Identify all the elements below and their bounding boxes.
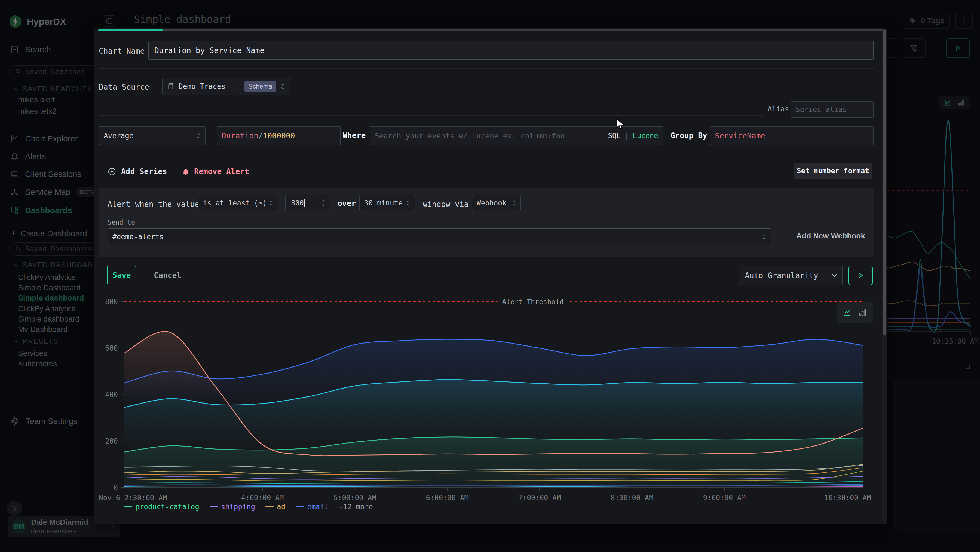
svg-text:200: 200 (105, 437, 118, 445)
where-placeholder: Search your events w/ Lucene ex. column:… (375, 132, 565, 140)
cancel-button[interactable]: Cancel (148, 266, 187, 284)
updown-chevrons-icon (762, 233, 766, 240)
legend-swatch (266, 506, 274, 507)
updown-chevrons-icon (512, 200, 516, 206)
save-button[interactable]: Save (107, 266, 136, 284)
updown-chevrons-icon (406, 200, 410, 206)
chart-name-input[interactable]: Duration by Service Name (148, 41, 874, 60)
chevron-up-icon (322, 199, 326, 202)
chart-name-label: Chart Name (99, 46, 145, 56)
text-caret (304, 199, 305, 207)
bar-chart-icon[interactable] (858, 308, 867, 317)
data-source-select[interactable]: Demo Traces Schema (162, 78, 290, 95)
legend-item[interactable]: email (296, 503, 328, 511)
alert-threshold-input[interactable]: 800 (285, 195, 329, 211)
chevron-down-icon (322, 204, 326, 206)
alias-input[interactable]: Series alias (791, 101, 874, 118)
scrollbar-thumb[interactable] (883, 30, 886, 335)
schema-badge: Schema (245, 81, 276, 92)
edit-chart-modal: Chart Name Duration by Service Name Data… (94, 28, 887, 525)
threshold-value: 800 (291, 199, 304, 207)
mouse-cursor (616, 118, 627, 130)
expression-token: 1000000 (263, 131, 295, 140)
expression-token: Duration (221, 131, 258, 140)
database-icon (167, 83, 174, 90)
remove-alert-button[interactable]: Remove Alert (181, 167, 249, 176)
svg-text:8:00:00 AM: 8:00:00 AM (611, 494, 653, 501)
group-by-label: Group By (670, 131, 707, 140)
window-via-label: window via (423, 200, 469, 209)
svg-text:6:00:00 AM: 6:00:00 AM (426, 494, 469, 501)
divider (99, 68, 874, 69)
set-number-format-button[interactable]: Set number format (794, 163, 872, 179)
alert-prefix: Alert when the value (108, 200, 199, 209)
alert-channel-select[interactable]: Webhook (472, 195, 521, 211)
granularity-select[interactable]: Auto Granularity (740, 266, 843, 285)
data-source-label: Data Source (99, 83, 149, 91)
aggregation-select[interactable]: Average (99, 126, 205, 145)
circle-plus-icon (108, 167, 116, 176)
modal-progress-fill (98, 29, 163, 31)
svg-text:400: 400 (105, 391, 118, 399)
over-label: over (337, 199, 356, 208)
svg-text:4:00:00 AM: 4:00:00 AM (241, 494, 284, 501)
updown-chevrons-icon (280, 83, 285, 90)
svg-text:800: 800 (105, 298, 118, 306)
alert-config-panel: Alert when the value is at least (≥) 800… (99, 188, 874, 257)
svg-text:10:30:00 AM: 10:30:00 AM (824, 494, 871, 501)
number-stepper[interactable] (318, 195, 329, 211)
line-chart-icon[interactable] (843, 308, 852, 317)
updown-chevrons-icon (196, 132, 200, 139)
legend-swatch (124, 506, 132, 507)
legend-more-button[interactable]: +12 more (339, 503, 373, 511)
modal-scrollbar[interactable] (882, 29, 887, 524)
group-by-input[interactable]: ServiceName (710, 126, 874, 145)
chart-type-toggle[interactable] (837, 302, 873, 323)
legend-item[interactable]: shipping (210, 503, 255, 511)
group-by-value: ServiceName (715, 131, 765, 140)
updown-chevrons-icon (269, 200, 273, 206)
mode-divider: | (624, 132, 629, 140)
sql-mode-button[interactable]: SQL (608, 132, 620, 140)
send-to-label: Send to (108, 219, 135, 226)
expression-token: / (258, 131, 263, 140)
chart-run-button[interactable] (848, 266, 873, 285)
svg-text:0: 0 (113, 483, 118, 492)
svg-text:7:00:00 AM: 7:00:00 AM (518, 494, 561, 501)
legend-swatch (210, 506, 218, 507)
alias-placeholder: Series alias (796, 105, 847, 113)
legend-item[interactable]: ad (266, 503, 285, 511)
alert-condition-select[interactable]: is at least (≥) (198, 195, 278, 211)
svg-text:Nov 6 2:30:00 AM: Nov 6 2:30:00 AM (99, 494, 167, 501)
svg-text:Alert Threshold: Alert Threshold (502, 298, 564, 306)
send-to-select[interactable]: #demo-alerts (108, 228, 771, 245)
add-series-button[interactable]: Add Series (108, 167, 167, 176)
svg-text:9:00:00 AM: 9:00:00 AM (703, 494, 746, 501)
play-icon (857, 272, 864, 279)
chevron-down-icon (831, 273, 838, 278)
alert-window-select[interactable]: 30 minute (360, 195, 415, 211)
chart-legend: product-catalog shipping ad email +12 mo… (124, 503, 373, 511)
add-new-webhook-button[interactable]: Add New Webhook (796, 231, 865, 240)
duration-chart: 0200400600800Nov 6 2:30:00 AM4:00:00 AM5… (94, 294, 883, 501)
expression-input[interactable]: Duration/1000000 (217, 126, 341, 145)
bell-alert-icon (181, 168, 190, 176)
alias-label: Alias (768, 105, 789, 113)
where-label: Where (343, 131, 366, 140)
legend-swatch (296, 506, 304, 507)
divider (99, 115, 763, 116)
svg-text:600: 600 (105, 344, 118, 352)
lucene-mode-button[interactable]: Lucene (633, 132, 658, 140)
svg-text:5:00:00 AM: 5:00:00 AM (334, 494, 376, 501)
modal-progress-track (98, 29, 883, 31)
legend-item[interactable]: product-catalog (124, 503, 199, 511)
